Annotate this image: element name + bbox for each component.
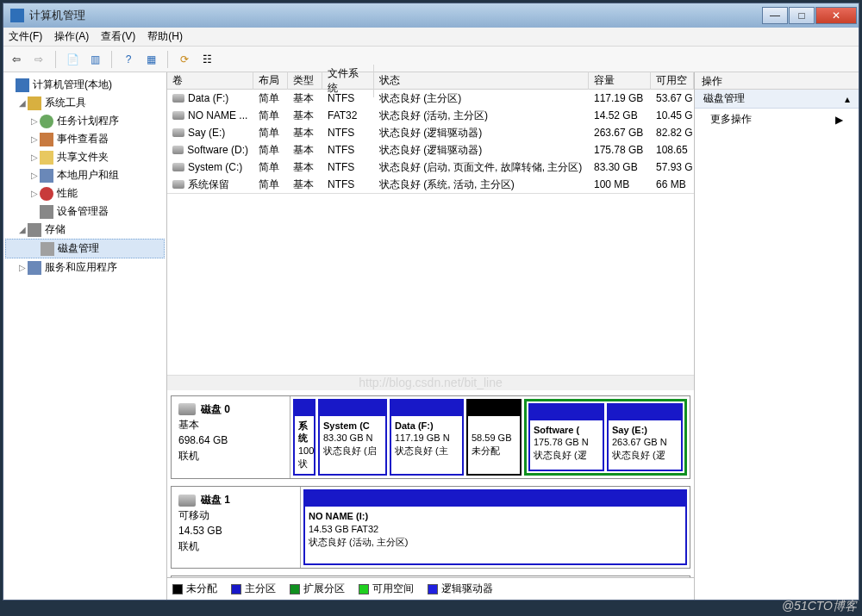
tree-performance[interactable]: ▷性能 bbox=[5, 184, 165, 202]
col-type[interactable]: 类型 bbox=[288, 72, 322, 90]
tree-services-apps[interactable]: ▷服务和应用程序 bbox=[5, 258, 165, 277]
table-row[interactable]: Software (D:) 简单基本 NTFS状态良好 (逻辑驱动器) 175.… bbox=[167, 141, 694, 159]
partition-c[interactable]: System (C83.30 GB N状态良好 (启 bbox=[318, 399, 387, 476]
table-row[interactable]: System (C:) 简单基本 NTFS状态良好 (启动, 页面文件, 故障转… bbox=[167, 159, 694, 176]
menubar: 文件(F) 操作(A) 查看(V) 帮助(H) bbox=[3, 28, 859, 47]
tree-system-tools[interactable]: ◢系统工具 bbox=[5, 94, 165, 112]
maximize-button[interactable]: □ bbox=[789, 7, 815, 24]
menu-view[interactable]: 查看(V) bbox=[101, 29, 135, 44]
chevron-right-icon: ▶ bbox=[835, 114, 843, 126]
table-row[interactable]: Data (F:) 简单基本 NTFS状态良好 (主分区) 117.19 GB5… bbox=[167, 90, 694, 107]
partition-i[interactable]: NO NAME (I:)14.53 GB FAT32状态良好 (活动, 主分区) bbox=[303, 489, 687, 565]
menu-action[interactable]: 操作(A) bbox=[54, 29, 89, 44]
app-icon bbox=[10, 9, 24, 22]
volume-icon bbox=[172, 146, 184, 154]
partition-unallocated[interactable]: 58.59 GB未分配 bbox=[466, 399, 522, 476]
table-row[interactable]: 系统保留 简单基本 NTFS状态良好 (系统, 活动, 主分区) 100 MB6… bbox=[167, 176, 694, 193]
window-title: 计算机管理 bbox=[29, 8, 761, 23]
disk-0-row[interactable]: 磁盘 0 基本 698.64 GB 联机 系统100状 System (C83.… bbox=[171, 395, 690, 479]
menu-help[interactable]: 帮助(H) bbox=[147, 29, 183, 44]
volume-icon bbox=[172, 94, 184, 103]
menu-file[interactable]: 文件(F) bbox=[9, 29, 42, 44]
partition-f[interactable]: Data (F:)117.19 GB N状态良好 (主 bbox=[390, 399, 464, 476]
tree-task-scheduler[interactable]: ▷任务计划程序 bbox=[5, 112, 165, 130]
tree-shared-folders[interactable]: ▷共享文件夹 bbox=[5, 148, 165, 166]
col-free[interactable]: 可用空 bbox=[651, 72, 694, 90]
minimize-button[interactable]: — bbox=[762, 7, 788, 24]
main-panel: 卷 布局 类型 文件系统 状态 容量 可用空 Data (F:) 简单基本 NT… bbox=[167, 72, 695, 600]
grid-icon[interactable]: ▥ bbox=[85, 50, 104, 69]
disk-map: 磁盘 0 基本 698.64 GB 联机 系统100状 System (C83.… bbox=[167, 390, 694, 578]
tree-device-manager[interactable]: 设备管理器 bbox=[5, 202, 165, 221]
forward-button[interactable]: ⇨ bbox=[29, 50, 48, 69]
table-row[interactable]: NO NAME ... 简单基本 FAT32状态良好 (活动, 主分区) 14.… bbox=[167, 107, 694, 124]
actions-pane: 操作 磁盘管理 ▴ 更多操作 ▶ bbox=[695, 72, 859, 600]
disk-1-label: 磁盘 1 可移动 14.53 GB 联机 bbox=[172, 487, 301, 568]
tree-disk-management[interactable]: 磁盘管理 bbox=[5, 239, 165, 258]
volume-icon bbox=[172, 111, 184, 120]
actions-more[interactable]: 更多操作 ▶ bbox=[695, 109, 859, 130]
watermark-row: http://blog.csdn.net/bit_line bbox=[167, 375, 694, 390]
col-capacity[interactable]: 容量 bbox=[589, 72, 651, 90]
disk-icon bbox=[178, 403, 196, 415]
help-icon[interactable]: ? bbox=[119, 50, 138, 69]
disk-icon bbox=[178, 495, 196, 507]
col-status[interactable]: 状态 bbox=[374, 72, 589, 90]
disk-1-row[interactable]: 磁盘 1 可移动 14.53 GB 联机 NO NAME (I:)14.53 G… bbox=[171, 486, 690, 569]
volume-table: 卷 布局 类型 文件系统 状态 容量 可用空 Data (F:) 简单基本 NT… bbox=[167, 72, 694, 194]
extended-partition: Software (175.78 GB N状态良好 (逻 Say (E:)263… bbox=[524, 399, 687, 476]
close-button[interactable]: ✕ bbox=[815, 7, 857, 24]
col-layout[interactable]: 布局 bbox=[253, 72, 288, 90]
tree-event-viewer[interactable]: ▷事件查看器 bbox=[5, 130, 165, 148]
partition-d[interactable]: Software (175.78 GB N状态良好 (逻 bbox=[528, 403, 604, 471]
view-icon[interactable]: ▦ bbox=[141, 50, 160, 69]
toolbar: ⇦ ⇨ 📄 ▥ ? ▦ ⟳ ☷ bbox=[3, 47, 859, 72]
legend: 未分配 主分区 扩展分区 可用空间 逻辑驱动器 bbox=[167, 577, 694, 600]
titlebar[interactable]: 计算机管理 — □ ✕ bbox=[3, 3, 859, 28]
actions-panel-header[interactable]: 磁盘管理 ▴ bbox=[695, 90, 859, 109]
tree-local-users[interactable]: ▷本地用户和组 bbox=[5, 166, 165, 184]
window: 计算机管理 — □ ✕ 文件(F) 操作(A) 查看(V) 帮助(H) ⇦ ⇨ … bbox=[3, 3, 859, 600]
list-icon[interactable]: ☷ bbox=[197, 50, 216, 69]
partition-e[interactable]: Say (E:)263.67 GB N状态良好 (逻 bbox=[607, 403, 683, 471]
collapse-icon: ▴ bbox=[845, 93, 850, 105]
corner-watermark: @51CTO博客 bbox=[782, 599, 857, 614]
partition-system-reserved[interactable]: 系统100状 bbox=[293, 399, 315, 476]
tree-root[interactable]: 计算机管理(本地) bbox=[5, 76, 165, 94]
tree-storage[interactable]: ◢存储 bbox=[5, 221, 165, 239]
disk-0-label: 磁盘 0 基本 698.64 GB 联机 bbox=[172, 396, 290, 478]
col-volume[interactable]: 卷 bbox=[167, 72, 253, 90]
table-header: 卷 布局 类型 文件系统 状态 容量 可用空 bbox=[167, 72, 694, 90]
actions-title: 操作 bbox=[695, 72, 859, 90]
table-row[interactable]: Say (E:) 简单基本 NTFS状态良好 (逻辑驱动器) 263.67 GB… bbox=[167, 124, 694, 141]
refresh-icon[interactable]: ⟳ bbox=[175, 50, 194, 69]
console-tree: 计算机管理(本地) ◢系统工具 ▷任务计划程序 ▷事件查看器 ▷共享文件夹 ▷本… bbox=[3, 72, 167, 600]
volume-icon bbox=[172, 180, 184, 189]
volume-icon bbox=[172, 163, 184, 171]
up-icon[interactable]: 📄 bbox=[63, 50, 82, 69]
volume-icon bbox=[172, 128, 184, 137]
back-button[interactable]: ⇦ bbox=[7, 50, 26, 69]
